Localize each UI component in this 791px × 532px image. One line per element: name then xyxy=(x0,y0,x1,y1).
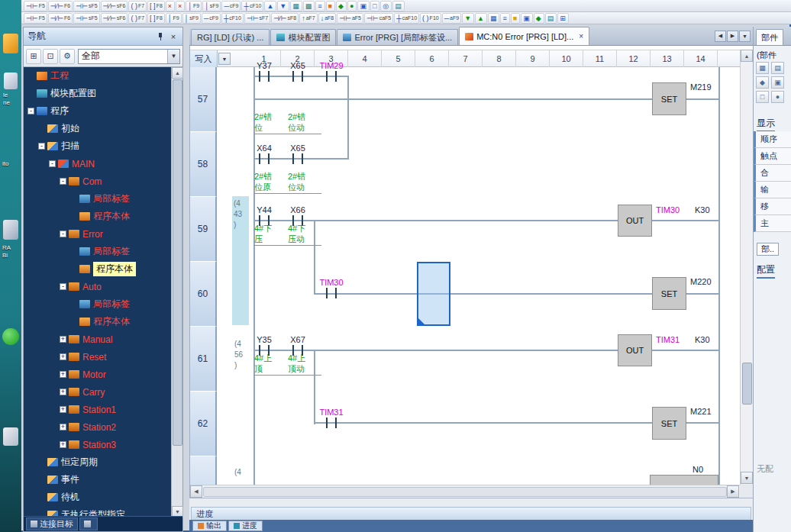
tab-menu-icon[interactable]: ▼ xyxy=(739,31,751,42)
pin-icon[interactable] xyxy=(156,32,165,41)
toolbar-button[interactable]: ⊣⊢F5 xyxy=(24,13,47,24)
document-tab[interactable]: MC:N0 Error [PRG] [LD]... × xyxy=(459,27,589,45)
tree-expander-icon[interactable] xyxy=(70,213,77,220)
set-instruction-box[interactable]: SET xyxy=(652,82,686,115)
tree-expander-icon[interactable] xyxy=(38,494,45,501)
toolbar-button[interactable]: ⊣⊢F5 xyxy=(24,1,47,11)
tree-expander-icon[interactable] xyxy=(38,125,45,132)
tree-item[interactable]: - 程序 xyxy=(24,102,171,120)
toolbar-button[interactable]: ▼ xyxy=(462,13,474,24)
tree-expander-icon[interactable] xyxy=(70,318,77,325)
toolbar-button[interactable]: ⊣∕⊢sF6 xyxy=(101,13,128,24)
contact-x65b[interactable]: X65 xyxy=(290,153,305,164)
element-category[interactable]: 移 xyxy=(754,198,791,215)
toolbar-button[interactable]: ▩ xyxy=(303,1,315,11)
bottom-tab[interactable]: 输出 xyxy=(192,521,227,531)
element-panel-icon[interactable]: ▦ xyxy=(756,62,769,74)
toolbar-button[interactable]: ◆ xyxy=(534,13,544,24)
toolbar-button[interactable]: │F9 xyxy=(166,13,182,24)
nav-toolbar-icon[interactable]: ⚙ xyxy=(60,49,75,64)
toolbar-button[interactable]: ─cF9 xyxy=(202,13,221,24)
tree-expander-icon[interactable] xyxy=(27,73,34,79)
tree-expander-icon[interactable] xyxy=(70,248,77,255)
toolbar-button[interactable]: ▣ xyxy=(357,1,370,11)
nav-bottom-tab[interactable]: 连接目标 xyxy=(26,517,78,530)
toolbar-button[interactable]: │sF9 xyxy=(202,1,221,11)
tree-item[interactable]: 程序本体 xyxy=(24,208,171,225)
toolbar-button[interactable]: ┼cF10 xyxy=(241,1,263,11)
toolbar-button[interactable]: ⊣⊢sF7 xyxy=(244,13,270,24)
toolbar-button[interactable]: ■ xyxy=(326,1,335,11)
tree-expander-icon[interactable]: + xyxy=(60,371,66,378)
toolbar-button[interactable]: ⊣∕⊢F6 xyxy=(48,13,73,24)
toolbar-button[interactable]: [ ]F8 xyxy=(147,13,165,24)
tree-item[interactable]: 局部标签 xyxy=(24,243,171,260)
toolbar-button[interactable]: [ ]F8 xyxy=(147,1,165,11)
toolbar-button[interactable]: ─cF9 xyxy=(221,1,241,11)
toolbar-button[interactable]: ⊣⊢sF5 xyxy=(73,13,99,24)
tree-expander-icon[interactable]: - xyxy=(60,231,66,237)
tree-expander-icon[interactable] xyxy=(70,301,77,308)
tree-item[interactable]: + Reset xyxy=(24,348,171,366)
contact-tim30[interactable]: TIM30 xyxy=(324,288,339,298)
tree-item[interactable]: 局部标签 xyxy=(24,190,171,208)
element-panel-icon[interactable]: ● xyxy=(771,91,784,103)
tree-item[interactable]: 待机 xyxy=(24,488,171,506)
scrollbar-thumb[interactable] xyxy=(173,79,182,446)
toolbar-button[interactable]: ▦ xyxy=(488,13,500,24)
document-tab[interactable]: Error [PRG] [局部标签设... xyxy=(337,29,458,45)
toolbar-button[interactable]: │sF9 xyxy=(182,13,201,24)
tree-expander-icon[interactable]: - xyxy=(60,283,66,290)
tree-item[interactable]: - MAIN xyxy=(24,155,171,172)
tree-item[interactable]: + Station2 xyxy=(24,418,171,436)
toolbar-button[interactable]: ▣ xyxy=(521,13,533,24)
scrollbar-thumb[interactable] xyxy=(742,363,752,405)
desktop-icon[interactable] xyxy=(3,220,18,240)
contact-x64[interactable]: X64 xyxy=(257,153,272,164)
chevron-down-icon[interactable]: ▼ xyxy=(167,50,179,63)
tree-item[interactable]: 模块配置图 xyxy=(24,85,171,102)
tree-expander-icon[interactable] xyxy=(38,476,45,483)
tree-item[interactable]: - 扫描 xyxy=(24,137,171,155)
set-instruction-box[interactable]: SET xyxy=(652,277,686,310)
toolbar-button[interactable]: │F9 xyxy=(186,1,202,11)
scroll-up-icon[interactable]: ▲ xyxy=(741,50,753,62)
toolbar-button[interactable]: ⊣⊢sF5 xyxy=(73,1,99,11)
element-category[interactable]: 输 xyxy=(754,182,791,198)
toolbar-button[interactable]: ≡ xyxy=(315,1,324,11)
out-instruction-box[interactable]: OUT xyxy=(618,334,652,366)
document-tab[interactable]: 模块配置图 xyxy=(270,29,336,45)
toolbar-button[interactable]: ▼ xyxy=(277,1,289,11)
element-category[interactable]: 合 xyxy=(754,165,791,182)
toolbar-button[interactable]: ■ xyxy=(511,13,520,24)
tree-item[interactable]: 程序本体 xyxy=(24,260,171,278)
element-panel-tab[interactable]: 部件 xyxy=(756,29,783,45)
document-tab[interactable]: RG] [LD] (只读) ... xyxy=(191,29,270,45)
toolbar-button[interactable]: ─aF9 xyxy=(442,13,461,24)
set-instruction-box[interactable]: SET xyxy=(652,407,686,440)
ladder-editor[interactable]: 写入 ▼ 1234567891011121314 575859606162 (4… xyxy=(189,46,753,498)
toolbar-button[interactable]: □ xyxy=(370,1,379,11)
toolbar-button[interactable]: ⊣⊢aF5 xyxy=(337,13,363,24)
tree-expander-icon[interactable]: + xyxy=(60,336,66,343)
tree-item[interactable]: 事件 xyxy=(24,471,171,488)
tree-scrollbar[interactable]: ▲ ▼ xyxy=(171,67,182,517)
tab-scroll-right-icon[interactable]: ▶ xyxy=(727,31,738,42)
desktop-icon[interactable] xyxy=(3,427,18,446)
scrollbar-thumb[interactable] xyxy=(203,487,727,497)
toolbar-button[interactable]: ⊣∕⊢sF8 xyxy=(271,13,299,24)
tree-item[interactable]: - Auto xyxy=(24,278,171,295)
editor-horizontal-scrollbar[interactable]: ◀ ▶ xyxy=(190,485,740,498)
contact-tim31[interactable]: TIM31 xyxy=(324,418,339,428)
editor-vertical-scrollbar[interactable]: ▲ ▼ xyxy=(740,50,753,485)
toolbar-button[interactable]: ◎ xyxy=(380,1,392,11)
element-category[interactable]: 主 xyxy=(754,215,791,232)
tab-scroll-left-icon[interactable]: ◀ xyxy=(715,31,726,42)
toolbar-button[interactable]: ┼cF10 xyxy=(221,13,244,24)
toolbar-button[interactable]: ▲ xyxy=(264,1,276,11)
toolbar-button[interactable]: ↑aF7 xyxy=(299,13,318,24)
edit-cursor[interactable] xyxy=(417,262,450,326)
element-category[interactable]: 触点 xyxy=(754,148,791,165)
tree-expander-icon[interactable]: + xyxy=(60,424,66,430)
toolbar-button[interactable]: ▤ xyxy=(392,1,405,11)
